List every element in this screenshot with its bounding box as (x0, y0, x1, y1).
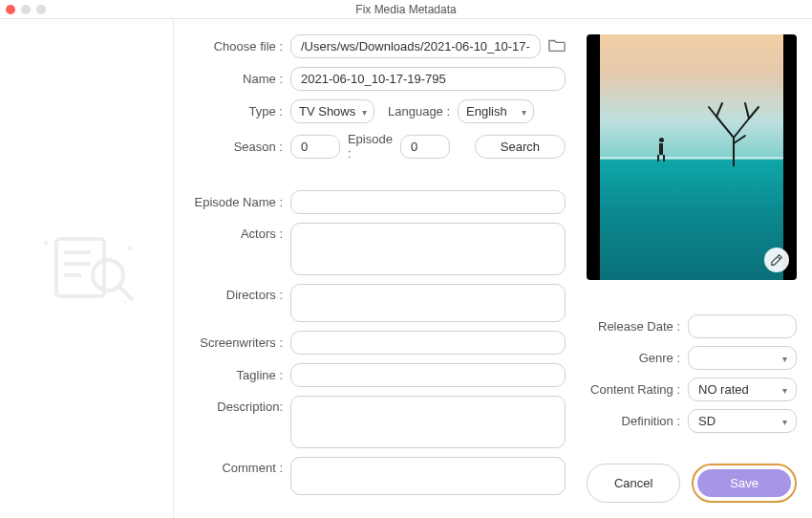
metadata-form: Choose file : Name : Type : (174, 19, 575, 518)
name-label: Name : (183, 72, 290, 86)
choose-file-input[interactable] (290, 34, 541, 58)
comment-label: Comment : (183, 457, 290, 475)
svg-point-4 (93, 260, 123, 291)
release-date-label: Release Date : (585, 319, 688, 334)
season-label: Season : (183, 140, 290, 154)
edit-cover-button[interactable] (764, 248, 789, 272)
save-button-highlight: Save (692, 464, 797, 503)
minimize-window-button[interactable] (21, 5, 31, 14)
release-date-input[interactable] (688, 314, 797, 338)
titlebar: Fix Media Metadata (0, 0, 812, 19)
screenwriters-input[interactable] (290, 331, 566, 355)
folder-icon[interactable] (548, 37, 566, 55)
maximize-window-button[interactable] (36, 5, 46, 14)
type-label: Type : (183, 104, 290, 119)
type-select[interactable]: TV Shows (290, 99, 374, 123)
right-form: Release Date : Genre : ▾ Content R (585, 314, 797, 441)
directors-label: Directors : (183, 284, 290, 302)
edit-icon (770, 253, 783, 267)
window-title: Fix Media Metadata (0, 3, 812, 16)
actors-input[interactable] (290, 223, 566, 275)
definition-label: Definition : (585, 414, 688, 428)
choose-file-label: Choose file : (183, 39, 290, 54)
genre-select[interactable] (688, 346, 797, 370)
svg-line-5 (119, 287, 133, 300)
save-button[interactable]: Save (697, 469, 791, 497)
description-input[interactable] (290, 396, 566, 448)
language-select[interactable]: English (458, 99, 534, 123)
name-input[interactable] (290, 67, 566, 91)
directors-input[interactable] (290, 284, 566, 322)
language-label: Language : (388, 104, 450, 119)
close-window-button[interactable] (6, 5, 15, 14)
search-button[interactable]: Search (475, 135, 566, 159)
content-rating-label: Content Rating : (585, 382, 688, 397)
tagline-label: Tagline : (183, 368, 290, 382)
definition-select[interactable]: SD (688, 409, 797, 433)
actors-label: Actors : (183, 223, 290, 241)
search-document-illustration (30, 226, 144, 312)
screenwriters-label: Screenwriters : (183, 335, 290, 350)
episode-label: Episode : (348, 132, 393, 161)
cancel-button[interactable]: Cancel (587, 464, 680, 503)
season-input[interactable] (290, 135, 340, 159)
episode-input[interactable] (400, 135, 450, 159)
content-rating-select[interactable]: NO rated (688, 378, 797, 401)
comment-input[interactable] (290, 457, 566, 495)
genre-label: Genre : (585, 351, 688, 365)
cover-art (587, 34, 797, 280)
episode-name-label: Episode Name : (183, 195, 290, 209)
description-label: Description: (183, 396, 290, 414)
tagline-input[interactable] (290, 363, 566, 387)
sidebar (0, 19, 174, 518)
episode-name-input[interactable] (290, 190, 566, 214)
